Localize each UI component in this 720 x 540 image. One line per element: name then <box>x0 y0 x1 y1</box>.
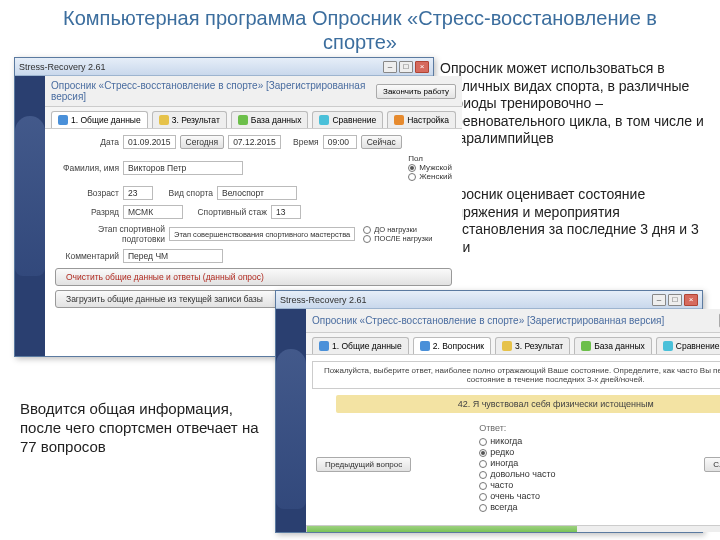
date1-input[interactable]: 01.09.2015 <box>123 135 176 149</box>
now-button[interactable]: Сейчас <box>361 135 402 149</box>
tab-general[interactable]: 1. Общие данные <box>312 337 409 354</box>
comment-input[interactable]: Перед ЧМ <box>123 249 223 263</box>
side-panel <box>276 309 306 532</box>
date-label: Дата <box>55 137 119 147</box>
annotation-evaluates: Опросник оценивает состояние напряжения … <box>440 186 710 256</box>
rank-input[interactable]: МСМК <box>123 205 183 219</box>
question-text: 42. Я чувствовал себя физически истощенн… <box>336 395 720 413</box>
question-area: Пожалуйста, выберите ответ, наиболее пол… <box>306 355 720 532</box>
side-panel <box>15 76 45 356</box>
progress-block: 42 | 77 (55%) 23456543210123456543210123… <box>306 525 720 532</box>
tab-result[interactable]: 3. Результат <box>152 111 227 128</box>
db-icon <box>238 115 248 125</box>
period-label: Этап спортивной подготовки <box>55 224 165 244</box>
compare-icon <box>319 115 329 125</box>
minimize-icon[interactable]: – <box>652 294 666 306</box>
today-button[interactable]: Сегодня <box>180 135 225 149</box>
comment-label: Комментарий <box>55 251 119 261</box>
db-icon <box>581 341 591 351</box>
tab-bar: 1. Общие данные 2. Вопросник 3. Результа… <box>306 333 720 355</box>
tab-database[interactable]: База данных <box>574 337 652 354</box>
finish-button[interactable]: Закончить работу <box>376 84 456 99</box>
answer-option[interactable]: всегда <box>479 502 636 512</box>
annotation-input-info: Вводится общая информация, после чего сп… <box>20 400 260 456</box>
gender-female[interactable]: Женский <box>408 172 452 181</box>
statue-decoration <box>276 349 306 509</box>
instruction-text: Пожалуйста, выберите ответ, наиболее пол… <box>312 361 720 389</box>
minimize-icon[interactable]: – <box>383 61 397 73</box>
answer-option[interactable]: никогда <box>479 436 636 446</box>
maximize-icon[interactable]: □ <box>668 294 682 306</box>
app-header: Опросник «Стресс-восстановление в спорте… <box>51 80 376 102</box>
tab-database[interactable]: База данных <box>231 111 309 128</box>
progress-fill <box>307 526 577 532</box>
tab-settings[interactable]: Настройка <box>387 111 456 128</box>
doc-icon <box>319 341 329 351</box>
compare-icon <box>663 341 673 351</box>
next-question-button[interactable]: Следующий вопрос <box>704 457 720 472</box>
age-label: Возраст <box>55 188 119 198</box>
answer-option[interactable]: довольно часто <box>479 469 636 479</box>
gender-male[interactable]: Мужской <box>408 163 452 172</box>
chart-icon <box>502 341 512 351</box>
surname-input[interactable]: Викторов Петр <box>123 161 243 175</box>
rank-label: Разряд <box>55 207 119 217</box>
experience-label: Спортивный стаж <box>187 207 267 217</box>
prev-question-button[interactable]: Предыдущий вопрос <box>316 457 411 472</box>
close-icon[interactable]: × <box>415 61 429 73</box>
chart-icon <box>159 115 169 125</box>
gear-icon <box>394 115 404 125</box>
tab-result[interactable]: 3. Результат <box>495 337 570 354</box>
doc-icon <box>58 115 68 125</box>
answer-option[interactable]: иногда <box>479 458 636 468</box>
screenshot-questionnaire: Stress-Recovery 2.61 – □ × Опросник «Стр… <box>275 290 703 533</box>
load-group: ДО нагрузки ПОСЛЕ нагрузки <box>363 225 432 243</box>
clear-button[interactable]: Очистить общие данные и ответы (данный о… <box>55 268 452 286</box>
tab-compare[interactable]: Сравнение <box>656 337 720 354</box>
slide-title: Компьютерная программа Опросник «Стресс-… <box>0 0 720 56</box>
sport-label: Вид спорта <box>157 188 213 198</box>
period-input[interactable]: Этап совершенствования спортивного масте… <box>169 227 355 241</box>
tab-questionnaire[interactable]: 2. Вопросник <box>413 337 491 354</box>
window-title: Stress-Recovery 2.61 <box>19 62 106 72</box>
close-icon[interactable]: × <box>684 294 698 306</box>
app-header: Опросник «Стресс-восстановление в спорте… <box>312 315 719 326</box>
window-titlebar: Stress-Recovery 2.61 – □ × <box>276 291 702 309</box>
date2-input[interactable]: 07.12.2015 <box>228 135 281 149</box>
load-after[interactable]: ПОСЛЕ нагрузки <box>363 234 432 243</box>
window-titlebar: Stress-Recovery 2.61 – □ × <box>15 58 433 76</box>
answer-option[interactable]: очень часто <box>479 491 636 501</box>
tab-bar: 1. Общие данные 3. Результат База данных… <box>45 107 462 129</box>
time-input[interactable]: 09:00 <box>323 135 357 149</box>
experience-input[interactable]: 13 <box>271 205 301 219</box>
answer-option[interactable]: часто <box>479 480 636 490</box>
maximize-icon[interactable]: □ <box>399 61 413 73</box>
time-label: Время <box>285 137 319 147</box>
gender-label: Пол <box>408 154 423 163</box>
tab-compare[interactable]: Сравнение <box>312 111 383 128</box>
statue-decoration <box>15 116 45 276</box>
tab-general[interactable]: 1. Общие данные <box>51 111 148 128</box>
window-title: Stress-Recovery 2.61 <box>280 295 367 305</box>
answer-header: Ответ: <box>479 423 636 433</box>
surname-label: Фамилия, имя <box>55 163 119 173</box>
load-before[interactable]: ДО нагрузки <box>363 225 417 234</box>
answer-block: Ответ: никогда редко иногда довольно час… <box>479 423 636 513</box>
answer-option[interactable]: редко <box>479 447 636 457</box>
age-input[interactable]: 23 <box>123 186 153 200</box>
progress-bar: 42 | 77 (55%) <box>306 525 720 532</box>
list-icon <box>420 341 430 351</box>
sport-input[interactable]: Велоспорт <box>217 186 297 200</box>
annotation-usage: Опросник может использоваться в различны… <box>440 60 710 148</box>
gender-group: Пол Мужской Женский <box>408 154 452 181</box>
